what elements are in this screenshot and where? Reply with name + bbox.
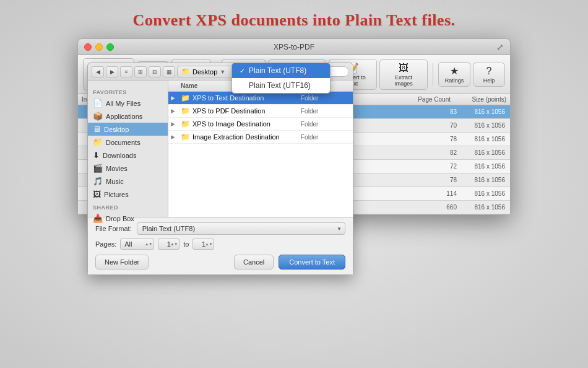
row-arrow-3: ▶ (171, 134, 181, 140)
all-files-icon: 📄 (93, 99, 103, 108)
favorites-section: FAVORITES (88, 88, 168, 97)
desktop-icon: 🖥 (93, 125, 101, 134)
close-button[interactable] (84, 43, 92, 51)
expand-icon[interactable]: ⤢ (496, 42, 504, 52)
location-arrow: ▼ (220, 69, 225, 75)
downloads-label: Downloads (103, 152, 136, 159)
row-count-1: 70 (430, 122, 460, 129)
folder-icon-2: 📁 (181, 120, 190, 128)
app-window: XPS-to-PDF ⤢ ＋ Add Files/Folder － Remove… (77, 38, 511, 215)
row-size-4: 816 x 1056 (460, 163, 510, 170)
row-size-6: 816 x 1056 (460, 190, 510, 197)
row-count-0: 83 (430, 108, 460, 115)
sidebar-item-all-my-files[interactable]: 📄 All My Files (88, 97, 168, 110)
page-from-wrap: 1 (158, 239, 179, 250)
new-folder-button[interactable]: New Folder (95, 255, 149, 269)
folder-icon: 📁 (181, 68, 190, 76)
music-label: Music (106, 178, 124, 185)
sidebar-item-applications[interactable]: 📦 Applications (88, 110, 168, 123)
pictures-icon: 🖼 (93, 190, 101, 199)
extract-images-button[interactable]: 🖼 Extract Images (379, 59, 428, 90)
help-label: Help (483, 77, 495, 84)
row-arrow-2: ▶ (171, 121, 181, 127)
dialog-body: FAVORITES 📄 All My Files 📦 Applications … (88, 81, 353, 217)
folder-icon-1: 📁 (181, 107, 190, 115)
action-buttons: Cancel Convert to Text (234, 255, 345, 269)
movies-icon: 🎬 (93, 164, 103, 173)
shared-section: SHARED (88, 203, 168, 212)
applications-label: Applications (106, 113, 142, 120)
row-size-0: 816 x 1056 (460, 108, 510, 115)
sidebar-item-documents[interactable]: 📁 Documents (88, 136, 168, 149)
format-select-wrap: Plain Text (UTF8) (137, 222, 345, 235)
minimize-button[interactable] (95, 43, 103, 51)
pages-select[interactable]: All (120, 239, 154, 250)
cancel-button[interactable]: Cancel (234, 255, 274, 269)
format-dropdown: ✓ Plain Text (UTF8) ✓ Plain Text (UTF16) (231, 63, 331, 94)
drop-box-label: Drop Box (106, 215, 134, 222)
star-icon: ★ (450, 65, 459, 77)
dropdown-label-utf8: Plain Text (UTF8) (249, 66, 306, 75)
row-size-2: 816 x 1056 (460, 136, 510, 142)
page-to-label: to (183, 240, 189, 248)
back-button[interactable]: ◀ (92, 66, 104, 77)
all-files-label: All My Files (106, 100, 141, 107)
fp-row-1[interactable]: ▶ 📁 XPS to PDF Destination Folder (168, 105, 353, 118)
sidebar-item-music[interactable]: 🎵 Music (88, 175, 168, 188)
documents-icon: 📁 (93, 138, 103, 147)
view-cover-button[interactable]: ▦ (163, 66, 175, 77)
buttons-row: New Folder Cancel Convert to Text (95, 255, 345, 269)
folder-icon-0: 📁 (181, 94, 190, 102)
row-size-5: 816 x 1056 (460, 177, 510, 183)
sidebar-item-movies[interactable]: 🎬 Movies (88, 162, 168, 175)
size-header: Size (points) (454, 95, 510, 104)
sidebar: FAVORITES 📄 All My Files 📦 Applications … (88, 81, 168, 217)
fp-row-kind-2: Folder (301, 121, 350, 128)
fp-row-name-1: XPS to PDF Destination (192, 107, 301, 115)
documents-label: Documents (106, 139, 141, 146)
convert-button[interactable]: Convert to Text (279, 255, 345, 269)
page-to[interactable]: 1 (192, 239, 214, 250)
sidebar-item-pictures[interactable]: 🖼 Pictures (88, 188, 168, 201)
fp-row-0[interactable]: ▶ 📁 XPS to Text Destination Folder (168, 92, 353, 105)
ratings-button[interactable]: ★ Ratings (438, 62, 470, 87)
fp-row-2[interactable]: ▶ 📁 XPS to Image Destination Folder (168, 118, 353, 131)
view-grid-button[interactable]: ⊞ (134, 66, 147, 77)
sidebar-item-desktop[interactable]: 🖥 Desktop (88, 123, 168, 136)
maximize-button[interactable] (106, 43, 114, 51)
dropdown-item-utf16[interactable]: ✓ Plain Text (UTF16) (232, 78, 330, 93)
page-title: Convert XPS documents into Plain Text fi… (132, 11, 455, 30)
fp-row-3[interactable]: ▶ 📁 Image Extraction Destination Folder (168, 131, 353, 144)
forward-button[interactable]: ▶ (106, 66, 118, 77)
folder-icon-3: 📁 (181, 133, 190, 141)
pictures-label: Pictures (104, 191, 129, 198)
pages-row: Pages: All 1 to 1 (95, 239, 345, 250)
format-select[interactable]: Plain Text (UTF8) (137, 222, 345, 235)
window-title: XPS-to-PDF (274, 43, 314, 51)
drop-box-icon: 📥 (93, 214, 103, 223)
fp-row-kind-3: Folder (301, 134, 350, 141)
row-count-7: 660 (430, 204, 460, 211)
help-button[interactable]: ? Help (473, 63, 505, 87)
row-size-1: 816 x 1056 (460, 122, 510, 129)
page-to-wrap: 1 (192, 239, 214, 250)
location-label: Desktop (192, 68, 217, 76)
format-label: File Format: (95, 225, 132, 232)
fp-row-kind-1: Folder (301, 108, 350, 115)
view-col-button[interactable]: ⊟ (149, 66, 161, 77)
desktop-label: Desktop (104, 126, 129, 133)
page-from[interactable]: 1 (158, 239, 179, 250)
row-size-3: 816 x 1056 (460, 149, 510, 156)
row-count-2: 78 (430, 136, 460, 142)
music-icon: 🎵 (93, 177, 103, 186)
title-bar: XPS-to-PDF ⤢ (78, 39, 510, 55)
separator2 (433, 63, 433, 85)
dialog-bottom: File Format: Plain Text (UTF8) Pages: Al… (88, 217, 353, 274)
view-list-button[interactable]: ≡ (120, 66, 132, 77)
sidebar-item-downloads[interactable]: ⬇ Downloads (88, 149, 168, 162)
help-icon: ? (486, 66, 492, 77)
save-dialog: ◀ ▶ ≡ ⊞ ⊟ ▦ 📁 Desktop ▼ 🔍 FAVORITES 📄 Al… (87, 63, 353, 275)
traffic-lights (84, 43, 114, 51)
dropdown-item-utf8[interactable]: ✓ Plain Text (UTF8) (232, 63, 330, 78)
checkmark-icon: ✓ (240, 67, 245, 75)
